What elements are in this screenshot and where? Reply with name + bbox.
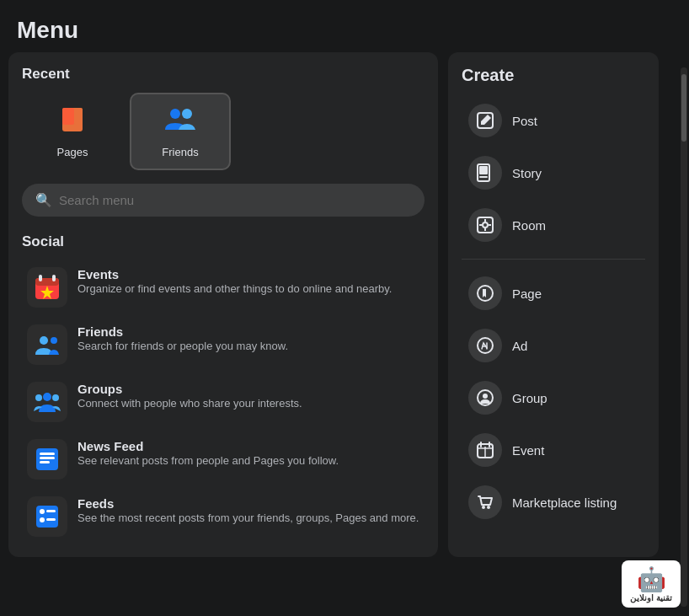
social-label: Social — [22, 233, 425, 250]
create-event[interactable]: Event — [462, 425, 645, 475]
event-icon — [468, 433, 502, 467]
search-icon: 🔍 — [35, 192, 52, 208]
svg-rect-23 — [46, 518, 56, 521]
watermark-label: تقنية اونلاين — [630, 593, 672, 603]
social-list: Events Organize or find events and other… — [22, 260, 425, 544]
post-label: Post — [512, 114, 537, 128]
feeds-icon — [27, 496, 67, 537]
recent-item-friends[interactable]: Friends — [130, 93, 231, 170]
events-title: Events — [77, 267, 392, 281]
friends-text: Friends Search for friends or people you… — [77, 324, 288, 354]
svg-point-11 — [51, 337, 57, 344]
friends-list-desc: Search for friends or people you may kno… — [77, 339, 288, 354]
svg-point-44 — [482, 506, 485, 509]
friends-icon — [162, 104, 199, 141]
create-divider — [462, 259, 645, 260]
post-icon — [468, 104, 502, 137]
social-item-groups[interactable]: Groups Connect with people who share you… — [22, 375, 425, 429]
recent-items-container: Pages Friends — [22, 93, 425, 170]
svg-rect-18 — [40, 461, 50, 463]
recent-item-friends-label: Friends — [162, 146, 198, 158]
svg-rect-26 — [479, 166, 488, 174]
groups-desc: Connect with people who share your inter… — [77, 396, 302, 411]
watermark-bot-icon: 🤖 — [637, 565, 666, 593]
newsfeed-title: News Feed — [77, 439, 339, 453]
svg-point-20 — [40, 509, 45, 514]
room-label: Room — [512, 218, 546, 233]
svg-point-38 — [483, 394, 488, 399]
groups-title: Groups — [77, 382, 302, 396]
create-group[interactable]: Group — [462, 372, 645, 423]
recent-label: Recent — [22, 66, 425, 83]
pages-icon — [57, 104, 88, 141]
groups-text: Groups Connect with people who share you… — [77, 382, 302, 411]
svg-point-13 — [35, 394, 42, 401]
create-story[interactable]: Story — [462, 147, 645, 198]
marketplace-label: Marketplace listing — [512, 495, 617, 510]
events-desc: Organize or find events and other things… — [77, 281, 392, 297]
create-list: Post Story — [462, 95, 645, 528]
friends-list-icon — [27, 324, 67, 365]
svg-rect-1 — [62, 108, 74, 125]
page-title: Menu — [0, 0, 689, 52]
svg-point-4 — [182, 109, 192, 119]
social-item-feeds[interactable]: Feeds See the most recent posts from you… — [22, 490, 425, 544]
search-bar[interactable]: 🔍 — [22, 184, 425, 217]
svg-rect-7 — [39, 275, 42, 281]
right-panel: Create Post — [448, 52, 659, 557]
svg-rect-17 — [40, 457, 55, 459]
page-label: Page — [512, 287, 542, 301]
recent-item-pages-label: Pages — [57, 146, 88, 158]
svg-point-22 — [40, 517, 45, 522]
create-marketplace[interactable]: Marketplace listing — [462, 477, 645, 528]
scrollbar-thumb[interactable] — [681, 74, 686, 142]
svg-point-29 — [483, 222, 488, 228]
svg-point-14 — [52, 394, 59, 401]
svg-rect-21 — [46, 510, 56, 512]
social-item-friends[interactable]: Friends Search for friends or people you… — [22, 318, 425, 372]
watermark-badge: 🤖 تقنية اونلاين — [622, 560, 681, 608]
events-text: Events Organize or find events and other… — [77, 267, 392, 297]
svg-rect-19 — [36, 506, 58, 528]
ad-icon — [468, 329, 502, 362]
svg-rect-8 — [52, 275, 56, 281]
story-label: Story — [512, 166, 542, 180]
feeds-text: Feeds See the most recent posts from you… — [77, 496, 419, 526]
create-room[interactable]: Room — [462, 200, 645, 250]
svg-rect-2 — [74, 108, 83, 125]
recent-item-pages[interactable]: Pages — [22, 93, 123, 170]
svg-point-12 — [43, 393, 51, 401]
feeds-title: Feeds — [77, 496, 419, 511]
friends-list-title: Friends — [77, 324, 288, 339]
page-icon — [468, 276, 502, 310]
left-panel: Recent Pages — [8, 52, 438, 557]
group-icon — [468, 381, 502, 415]
event-label: Event — [512, 443, 544, 458]
search-input[interactable] — [59, 193, 411, 207]
svg-rect-16 — [40, 453, 55, 455]
social-item-events[interactable]: Events Organize or find events and other… — [22, 260, 425, 314]
scrollbar-track[interactable] — [681, 67, 687, 607]
newsfeed-icon — [27, 439, 67, 479]
svg-point-45 — [487, 506, 490, 509]
ad-label: Ad — [512, 339, 527, 353]
social-item-newsfeed[interactable]: News Feed See relevant posts from people… — [22, 432, 425, 486]
create-post[interactable]: Post — [462, 95, 645, 146]
svg-point-10 — [40, 336, 48, 345]
room-icon — [468, 208, 502, 242]
create-label: Create — [462, 66, 645, 85]
create-page[interactable]: Page — [462, 268, 645, 319]
create-ad[interactable]: Ad — [462, 320, 645, 371]
svg-point-3 — [170, 109, 180, 119]
feeds-desc: See the most recent posts from your frie… — [77, 511, 419, 526]
newsfeed-desc: See relevant posts from people and Pages… — [77, 453, 339, 469]
group-label: Group — [512, 391, 547, 405]
svg-rect-27 — [479, 176, 488, 178]
marketplace-icon — [468, 485, 502, 519]
newsfeed-text: News Feed See relevant posts from people… — [77, 439, 339, 469]
groups-icon — [27, 382, 67, 422]
events-icon — [27, 267, 67, 308]
story-icon — [468, 156, 502, 190]
